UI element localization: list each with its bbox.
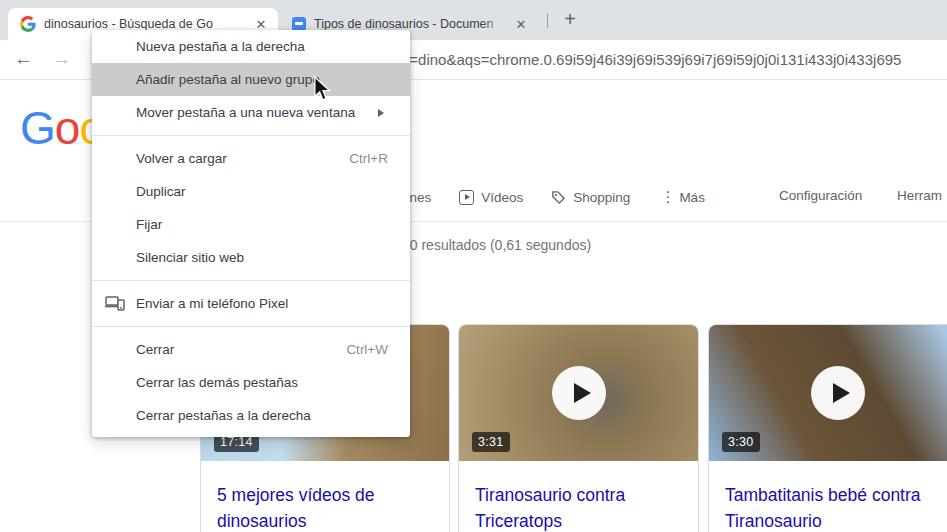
menu-separator: [92, 326, 410, 327]
video-duration-badge: 3:30: [722, 432, 760, 452]
browser-window: { "colors": { "tab_strip_bg": "#dee1e6",…: [0, 0, 947, 532]
logo-letter: o: [55, 102, 80, 154]
results-stats: 00 resultados (0,61 segundos): [402, 237, 591, 253]
tab-context-menu: Nueva pestaña a la derecha Añadir pestañ…: [92, 30, 410, 437]
search-nav-tabs: enes Vídeos Shopping ⋮ Más: [402, 186, 705, 208]
menu-item-label: Mover pestaña a una nueva ventana: [136, 105, 378, 120]
menu-item-label: Silenciar sitio web: [136, 250, 388, 265]
menu-item-mover-pestana-ventana[interactable]: Mover pestaña a una nueva ventana: [92, 96, 410, 129]
menu-item-silenciar-sitio-web[interactable]: Silenciar sitio web: [92, 241, 410, 274]
devices-icon: [105, 295, 125, 315]
nav-herramientas-partial[interactable]: Herram: [897, 188, 942, 203]
menu-separator: [92, 135, 410, 136]
tab-close-icon[interactable]: ✕: [512, 17, 530, 32]
nav-tab-videos[interactable]: Vídeos: [481, 190, 523, 205]
new-tab-button[interactable]: +: [557, 7, 583, 33]
menu-item-label: Duplicar: [136, 184, 388, 199]
video-duration-badge: 3:31: [472, 432, 510, 452]
menu-item-label: Cerrar pestañas a la derecha: [136, 408, 388, 423]
google-favicon-icon: [20, 16, 36, 32]
menu-item-cerrar-demas-pestanas[interactable]: Cerrar las demás pestañas: [92, 366, 410, 399]
menu-shortcut: Ctrl+W: [346, 342, 388, 357]
address-bar-url[interactable]: q=dino&aqs=chrome.0.69i59j46i39j69i539j6…: [401, 51, 901, 68]
video-card[interactable]: 3:30 Tambatitanis bebé contra Tiranosaur…: [708, 324, 947, 532]
menu-item-label: Nueva pestaña a la derecha: [136, 39, 388, 54]
menu-item-label: Cerrar las demás pestañas: [136, 375, 388, 390]
menu-item-label: Cerrar: [136, 342, 346, 357]
menu-item-label: Enviar a mi teléfono Pixel: [136, 296, 388, 311]
submenu-arrow-icon: [378, 109, 384, 117]
menu-item-label: Añadir pestaña al nuevo grupo: [136, 72, 388, 87]
nav-tab-shopping[interactable]: Shopping: [573, 190, 630, 205]
video-title-link[interactable]: Tambatitanis bebé contra Tiranosaurio: [725, 482, 947, 532]
menu-separator: [92, 280, 410, 281]
menu-shortcut: Ctrl+R: [349, 151, 388, 166]
video-thumbnail[interactable]: 3:31: [459, 325, 698, 461]
menu-item-fijar[interactable]: Fijar: [92, 208, 410, 241]
nav-configuracion[interactable]: Configuración: [779, 188, 862, 203]
menu-item-volver-a-cargar[interactable]: Volver a cargar Ctrl+R: [92, 142, 410, 175]
video-title-link[interactable]: 5 mejores vídeos de dinosaurios: [217, 482, 433, 532]
video-thumbnail[interactable]: 3:30: [709, 325, 947, 461]
nav-tab-mas[interactable]: Más: [679, 190, 705, 205]
menu-item-cerrar[interactable]: Cerrar Ctrl+W: [92, 333, 410, 366]
menu-item-label: Fijar: [136, 217, 388, 232]
video-title-link[interactable]: Tiranosaurio contra Triceratops: [475, 482, 682, 532]
play-button-icon[interactable]: [811, 366, 865, 420]
menu-item-label: Volver a cargar: [136, 151, 349, 166]
tab-separator: [547, 13, 548, 28]
menu-item-cerrar-pestanas-derecha[interactable]: Cerrar pestañas a la derecha: [92, 399, 410, 432]
forward-button-icon: →: [52, 48, 71, 70]
menu-item-anadir-pestana-grupo[interactable]: Añadir pestaña al nuevo grupo: [92, 63, 410, 96]
more-dots-icon: ⋮: [660, 188, 675, 206]
tab-title-fade: [482, 16, 508, 32]
google-docs-favicon-icon: [292, 17, 306, 31]
mouse-cursor-icon: [311, 76, 333, 102]
logo-letter: G: [20, 102, 55, 154]
play-button-icon[interactable]: [552, 366, 606, 420]
back-button-icon[interactable]: ←: [14, 48, 33, 70]
shopping-tag-icon: [551, 190, 566, 205]
menu-item-duplicar[interactable]: Duplicar: [92, 175, 410, 208]
menu-item-enviar-a-telefono-pixel[interactable]: Enviar a mi teléfono Pixel: [92, 287, 410, 320]
videos-icon: [459, 190, 474, 205]
menu-item-nueva-pestana-derecha[interactable]: Nueva pestaña a la derecha: [92, 30, 410, 63]
video-card[interactable]: 3:31 Tiranosaurio contra Triceratops: [458, 324, 699, 532]
